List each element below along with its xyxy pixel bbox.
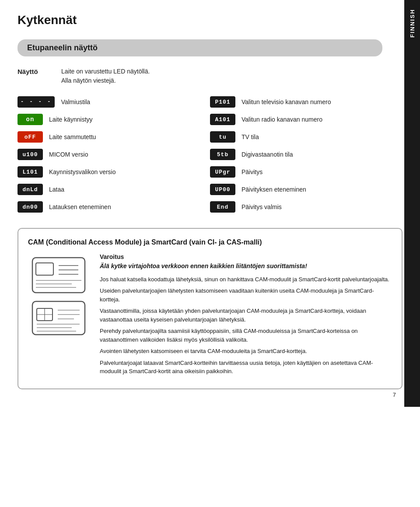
indicator-label: Laite sammutettu (49, 133, 96, 140)
display-intro: Näyttö Laite on varustettu LED näytöllä.… (18, 67, 402, 85)
indicator-label: Digivastaanotin tila (242, 151, 293, 158)
indicator-label: Valmiustila (61, 98, 90, 105)
led-badge: on (18, 114, 43, 125)
cam-content: Varoitus Älä kytke virtajohtoa verkkoon … (28, 253, 392, 379)
language-sidebar: FINNISH (404, 0, 420, 407)
indicator-row: onLaite käynnistyy (18, 111, 210, 128)
led-badge: A101 (210, 114, 235, 125)
section-heading: Etupaneelin näyttö (18, 39, 382, 56)
indicator-label: Päivitys valmis (242, 203, 282, 210)
indicator-row: - - - -Valmiustila (18, 93, 210, 111)
indicator-row: L101Kaynnistysvalikon versio (18, 163, 210, 181)
led-badge: P101 (210, 96, 235, 108)
page-wrapper: FINNISH Kytkennät Etupaneelin näyttö Näy… (0, 0, 420, 407)
indicator-label: Kaynnistysvalikon versio (49, 168, 116, 175)
svg-rect-8 (32, 301, 85, 335)
svg-rect-1 (36, 263, 53, 275)
indicator-row: u100MICOM versio (18, 146, 210, 163)
cam-section: CAM (Conditional Access Module) ja Smart… (18, 228, 402, 389)
indicator-row: UPgrPäivitys (210, 163, 402, 181)
indicators-grid: - - - -ValmiustilaP101Valitun televisio … (18, 93, 402, 216)
led-badge: UPgr (210, 166, 235, 178)
indicator-row: dn00Latauksen eteneminen (18, 198, 210, 216)
indicator-row: P101Valitun televisio kanavan numero (210, 93, 402, 111)
cam-paragraphs: Jos haluat katsella koodattuja lähetyksi… (100, 275, 392, 376)
indicator-row: UP00Päivityksen eteneminen (210, 181, 402, 198)
indicator-row: tuTV tila (210, 128, 402, 146)
page-title: Kytkennät (18, 13, 402, 27)
indicator-row: EndPäivitys valmis (210, 198, 402, 216)
indicator-row: A101Valitun radio kanavan numero (210, 111, 402, 128)
indicator-label: Valitun televisio kanavan numero (242, 98, 331, 105)
cam-card-svg (28, 253, 89, 341)
cam-paragraph: Useiden palveluntarjoajien lähetysten ka… (100, 287, 392, 304)
page-number: 7 (393, 392, 396, 398)
indicator-label: TV tila (242, 133, 259, 140)
cam-paragraph: Palveluntarjoajat lataavat SmartCard-kor… (100, 359, 392, 376)
indicator-label: Päivitys (242, 168, 262, 175)
led-badge: tu (210, 131, 235, 143)
warning-title: Varoitus (100, 253, 392, 260)
led-badge: 5tb (210, 149, 235, 160)
indicator-label: Laite käynnistyy (49, 116, 93, 123)
led-badge: L101 (18, 166, 43, 178)
led-badge: u100 (18, 149, 43, 160)
indicator-row: 5tbDigivastaanotin tila (210, 146, 402, 163)
cam-paragraph: Perehdy palveluntarjoajilta saamiisii kä… (100, 327, 392, 344)
indicator-label: Päivityksen eteneminen (242, 186, 306, 193)
display-intro-text: Laite on varustettu LED näytöllä. Alla n… (61, 67, 150, 85)
cam-title: CAM (Conditional Access Module) ja Smart… (28, 238, 392, 246)
led-badge: End (210, 201, 235, 213)
indicator-row: oFFLaite sammutettu (18, 128, 210, 146)
indicator-label: Lataa (49, 186, 64, 193)
display-intro-label: Näyttö (18, 67, 52, 75)
led-badge: dnLd (18, 184, 43, 195)
display-line2: Alla näytön viestejä. (61, 76, 150, 85)
cam-paragraph: Vastaanottimilla, joissa käytetään yhden… (100, 307, 392, 324)
language-label: FINNISH (409, 9, 416, 38)
display-line1: Laite on varustettu LED näytöllä. (61, 67, 150, 76)
led-badge: - - - - (18, 96, 55, 108)
indicator-label: Latauksen eteneminen (49, 203, 111, 210)
indicator-row: dnLdLataa (18, 181, 210, 198)
led-badge: UP00 (210, 184, 235, 195)
cam-card-illustration (28, 253, 89, 342)
cam-paragraph: Avointen lähetysten katsomiseen ei tarvi… (100, 347, 392, 356)
led-badge: dn00 (18, 201, 43, 213)
warning-text: Älä kytke virtajohtoa verkkoon ennen kai… (100, 262, 392, 271)
led-badge: oFF (18, 131, 43, 143)
cam-paragraph: Jos haluat katsella koodattuja lähetyksi… (100, 275, 392, 284)
indicator-label: Valitun radio kanavan numero (242, 116, 322, 123)
indicator-label: MICOM versio (49, 151, 88, 158)
cam-text-content: Varoitus Älä kytke virtajohtoa verkkoon … (100, 253, 392, 379)
